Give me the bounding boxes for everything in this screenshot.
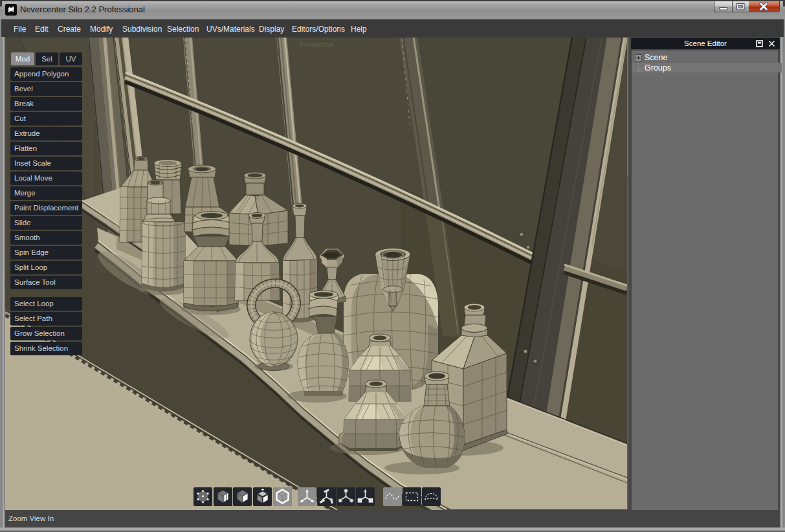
svg-text:Perspective: Perspective: [300, 41, 334, 49]
